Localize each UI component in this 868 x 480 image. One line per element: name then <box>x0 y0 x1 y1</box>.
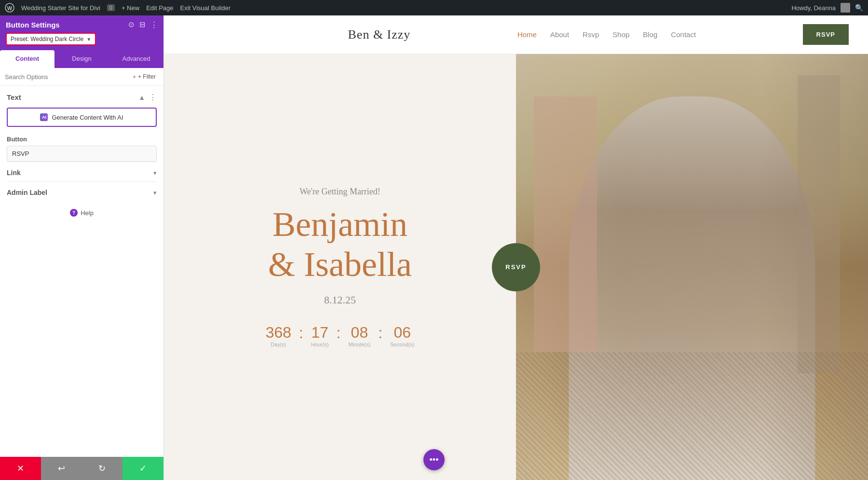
help-icon: ? <box>70 209 78 217</box>
more-options-icon[interactable]: ⋮ <box>150 20 158 29</box>
hero-section: We're Getting Married! Benjamin & Isabel… <box>164 54 868 480</box>
main-layout: Button Settings ⊙ ⊟ ⋮ Preset: Wedding Da… <box>0 15 868 480</box>
site-nav: Ben & Izzy Home About Rsvp Shop Blog Con… <box>164 15 868 54</box>
preset-selector[interactable]: Preset: Wedding Dark Circle ▼ <box>6 33 96 45</box>
text-section-header: Text ▲ ⋮ <box>7 93 157 102</box>
focus-icon[interactable]: ⊙ <box>128 20 135 29</box>
ai-icon: AI <box>40 113 48 121</box>
nav-contact[interactable]: Contact <box>671 30 696 39</box>
columns-icon[interactable]: ⊟ <box>139 20 146 29</box>
howdy-text: Howdy, Deanna <box>791 4 836 12</box>
preset-label-text: Preset: Wedding Dark Circle <box>11 36 83 42</box>
wp-logo-icon[interactable]: W <box>5 3 14 13</box>
admin-bar-right: Howdy, Deanna 🔍 <box>791 3 863 13</box>
hero-subtitle: We're Getting Married! <box>299 187 380 197</box>
filter-icon: + <box>133 74 136 80</box>
ai-generate-button[interactable]: AI Generate Content With AI <box>7 108 157 127</box>
hero-image <box>516 54 868 480</box>
minutes-value: 08 <box>348 324 370 342</box>
hero-name-line1: Benjamin <box>268 205 412 245</box>
rsvp-circle-button[interactable]: RSVP <box>492 243 540 291</box>
tab-content[interactable]: Content <box>0 50 54 68</box>
nav-blog[interactable]: Blog <box>643 30 657 39</box>
panel-header-icons: ⊙ ⊟ ⋮ <box>128 20 158 29</box>
filter-label: + Filter <box>138 73 156 80</box>
link-section-title: Link <box>7 169 21 177</box>
hero-names: Benjamin & Isabella <box>268 205 412 285</box>
link-chevron-icon: ▾ <box>153 169 157 177</box>
redo-button[interactable]: ↻ <box>82 457 123 480</box>
countdown-sep-2: : <box>337 324 341 342</box>
panel-title: Button Settings <box>6 21 60 29</box>
admin-label-title: Admin Label <box>7 189 47 196</box>
section-controls: ▲ ⋮ <box>138 93 157 102</box>
nav-about[interactable]: About <box>550 30 569 39</box>
hero-image-background <box>516 54 868 480</box>
left-panel: Button Settings ⊙ ⊟ ⋮ Preset: Wedding Da… <box>0 15 164 480</box>
hero-date: 8.12.25 <box>324 294 356 306</box>
seconds-label: Second(s) <box>390 342 414 347</box>
hero-left: We're Getting Married! Benjamin & Isabel… <box>164 54 516 480</box>
collapse-text-icon[interactable]: ▲ <box>138 94 145 101</box>
link-section-header[interactable]: Link ▾ <box>7 169 157 177</box>
rsvp-nav-button[interactable]: RSVP <box>803 24 849 45</box>
panel-header-top: Button Settings ⊙ ⊟ ⋮ <box>6 20 158 29</box>
fab-button[interactable]: ••• <box>423 449 445 470</box>
ai-generate-label: Generate Content With AI <box>52 114 123 121</box>
button-text-input[interactable] <box>7 146 157 162</box>
comments-count[interactable]: 0 <box>107 4 115 11</box>
new-post-link[interactable]: + New <box>122 4 139 12</box>
site-title: Ben & Izzy <box>348 27 411 42</box>
button-field-label: Button <box>7 136 157 143</box>
bottom-bar: ✕ ↩ ↻ ✓ <box>0 457 163 480</box>
undo-button[interactable]: ↩ <box>41 457 82 480</box>
more-text-icon[interactable]: ⋮ <box>149 93 157 102</box>
panel-tabs: Content Design Advanced <box>0 50 163 68</box>
days-label: Day(s) <box>266 342 291 347</box>
admin-label-chevron-icon: ▾ <box>153 189 157 196</box>
edit-page-link[interactable]: Edit Page <box>146 4 173 12</box>
countdown: 368 Day(s) : 17 Hour(s) : 08 Minute(s) : <box>266 324 415 347</box>
countdown-seconds: 06 Second(s) <box>390 324 414 347</box>
help-label: Help <box>81 209 94 217</box>
search-input[interactable] <box>5 73 127 81</box>
filter-button[interactable]: + + Filter <box>130 72 159 82</box>
wp-admin-bar: W Wedding Starter Site for Divi 0 + New … <box>0 0 868 15</box>
nav-shop[interactable]: Shop <box>612 30 629 39</box>
hero-name-line2: & Isabella <box>268 245 412 285</box>
hours-value: 17 <box>311 324 329 342</box>
countdown-sep-1: : <box>299 324 303 342</box>
panel-content: Text ▲ ⋮ AI Generate Content With AI But… <box>0 86 163 457</box>
admin-label-section: Admin Label ▾ <box>7 181 157 201</box>
admin-avatar[interactable] <box>841 3 850 13</box>
site-menu: Home About Rsvp Shop Blog Contact <box>517 30 696 39</box>
wp-search-icon[interactable]: 🔍 <box>855 4 863 12</box>
exit-builder-link[interactable]: Exit Visual Builder <box>180 4 231 12</box>
preset-arrow-icon: ▼ <box>86 37 91 42</box>
minutes-label: Minute(s) <box>348 342 370 347</box>
countdown-minutes: 08 Minute(s) <box>348 324 370 347</box>
hours-label: Hour(s) <box>311 342 329 347</box>
countdown-days: 368 Day(s) <box>266 324 291 347</box>
save-button[interactable]: ✓ <box>122 457 163 480</box>
site-name-link[interactable]: Wedding Starter Site for Divi <box>21 4 100 12</box>
nav-home[interactable]: Home <box>517 30 537 39</box>
seconds-value: 06 <box>390 324 414 342</box>
help-section[interactable]: ? Help <box>7 201 157 224</box>
svg-text:W: W <box>7 5 13 11</box>
admin-bar-left: W Wedding Starter Site for Divi 0 + New … <box>5 3 784 13</box>
nav-rsvp[interactable]: Rsvp <box>583 30 599 39</box>
link-section: Link ▾ <box>7 162 157 181</box>
admin-label-header[interactable]: Admin Label ▾ <box>7 189 157 196</box>
days-value: 368 <box>266 324 291 342</box>
fab-container: ••• <box>423 449 445 470</box>
panel-header: Button Settings ⊙ ⊟ ⋮ Preset: Wedding Da… <box>0 15 163 50</box>
cancel-button[interactable]: ✕ <box>0 457 41 480</box>
tab-advanced[interactable]: Advanced <box>109 50 163 68</box>
countdown-sep-3: : <box>378 324 382 342</box>
text-section-title: Text <box>7 93 21 101</box>
countdown-hours: 17 Hour(s) <box>311 324 329 347</box>
tab-design[interactable]: Design <box>54 50 109 68</box>
preview-area: Ben & Izzy Home About Rsvp Shop Blog Con… <box>164 15 868 480</box>
search-bar: + + Filter <box>0 68 163 86</box>
